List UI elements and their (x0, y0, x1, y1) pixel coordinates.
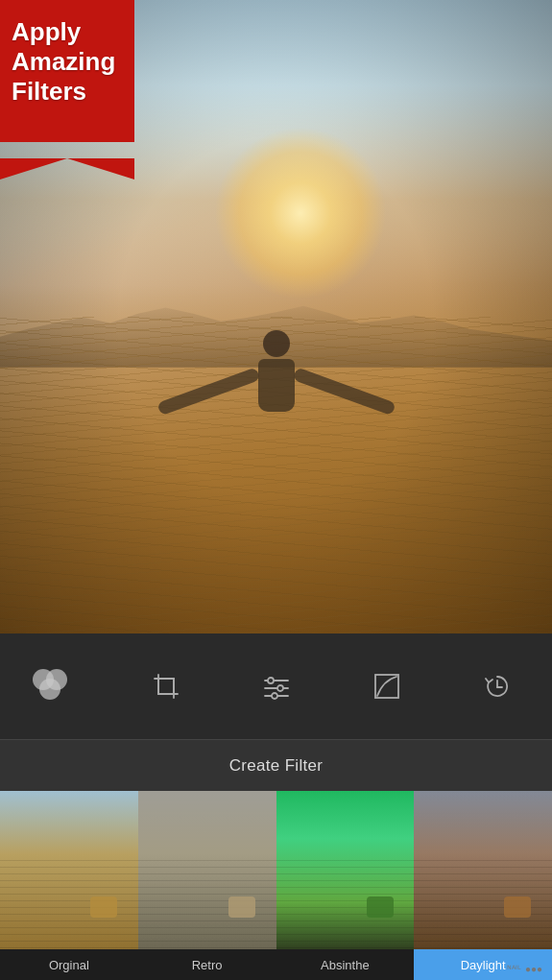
color-tool-button[interactable] (27, 657, 84, 715)
filter-thumb-absinthe (276, 791, 415, 949)
filter-item-original[interactable]: Orginal (0, 791, 138, 980)
banner: Apply Amazing Filters (0, 0, 154, 158)
brand-logo: ᴺᴬᴵᴸ ●●● (507, 964, 542, 974)
filter-label-retro: Retro (138, 949, 276, 980)
create-filter-button[interactable]: Create Filter (0, 739, 552, 791)
history-button[interactable] (468, 657, 526, 715)
svg-point-4 (268, 678, 274, 683)
svg-rect-0 (158, 679, 174, 694)
filter-item-retro[interactable]: Retro (138, 791, 276, 980)
crop-button[interactable] (137, 657, 195, 715)
filter-row: Orginal Retro Absinthe Daylight (0, 791, 552, 980)
color-circles-icon (33, 669, 79, 704)
main-photo: Apply Amazing Filters (0, 0, 552, 633)
filter-thumb-daylight (414, 791, 552, 949)
svg-point-5 (277, 685, 283, 691)
filter-label-original: Orginal (0, 949, 138, 980)
adjustments-icon (261, 671, 292, 702)
adjustments-button[interactable] (248, 657, 305, 715)
filter-label-absinthe: Absinthe (276, 949, 415, 980)
curves-icon (372, 671, 402, 702)
crop-icon (151, 671, 181, 702)
person-silhouette (258, 330, 295, 412)
create-filter-label: Create Filter (229, 756, 323, 776)
svg-point-6 (272, 693, 277, 699)
filter-thumb-retro (138, 791, 276, 949)
banner-text: Apply Amazing Filters (12, 17, 115, 108)
filter-thumb-original (0, 791, 138, 949)
filter-item-daylight[interactable]: Daylight (414, 791, 552, 980)
filter-item-absinthe[interactable]: Absinthe (276, 791, 415, 980)
history-icon (482, 671, 513, 702)
curves-button[interactable] (358, 657, 416, 715)
toolbar (0, 633, 552, 739)
